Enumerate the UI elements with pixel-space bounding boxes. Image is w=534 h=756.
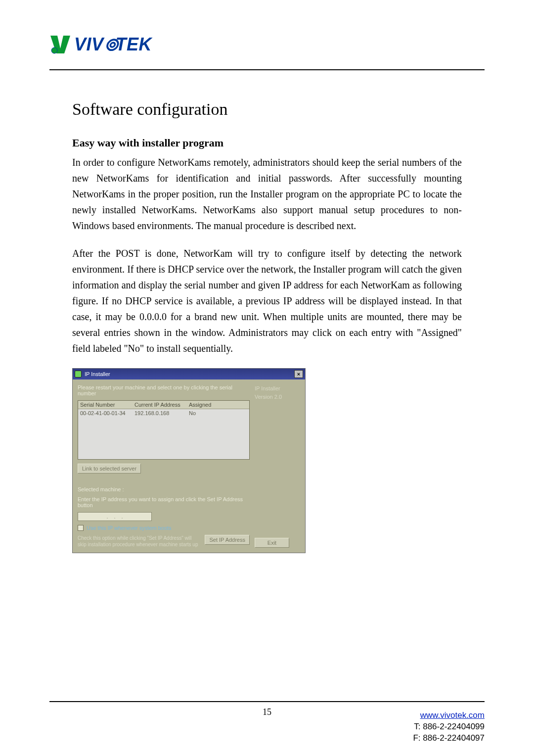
list-header: Serial Number Current IP Address Assigne… bbox=[78, 401, 249, 409]
col-ip: Current IP Address bbox=[134, 402, 189, 408]
persist-ip-label: Use this IP whenever system boots bbox=[87, 525, 172, 531]
header-divider bbox=[49, 69, 485, 70]
checkbox-description: Check this option while clicking "Set IP… bbox=[78, 535, 200, 548]
footer-fax: F: 886-2-22404097 bbox=[413, 733, 485, 743]
cell-ip: 192.168.0.168 bbox=[134, 410, 189, 416]
link-server-button[interactable]: Link to selected server bbox=[78, 464, 141, 473]
cell-assigned: No bbox=[189, 410, 247, 416]
header-logo: VIV⊚TEK bbox=[49, 34, 485, 70]
page-title: Software configuration bbox=[72, 100, 462, 119]
footer-url[interactable]: www.vivotek.com bbox=[420, 710, 485, 720]
app-icon bbox=[75, 371, 82, 378]
instruction-ip: Enter the IP address you want to assign … bbox=[78, 496, 250, 508]
installer-dialog: IP Installer × Please restart your machi… bbox=[72, 368, 306, 553]
device-list[interactable]: Serial Number Current IP Address Assigne… bbox=[78, 400, 250, 460]
col-assigned: Assigned bbox=[189, 402, 247, 408]
paragraph-2: After the POST is done, NetworKam will t… bbox=[72, 245, 462, 356]
paragraph-1: In order to configure NetworKams remotel… bbox=[72, 154, 462, 234]
section-heading: Easy way with installer program bbox=[72, 137, 462, 149]
app-version-label: Version 2.0 bbox=[255, 393, 300, 401]
list-row[interactable]: 00-02-41-00-01-34 192.168.0.168 No bbox=[78, 409, 249, 417]
app-name-label: IP Installer bbox=[255, 384, 300, 393]
ip-address-input[interactable]: . . . bbox=[78, 512, 152, 521]
col-serial: Serial Number bbox=[80, 402, 134, 408]
footer-tel: T: 886-2-22404099 bbox=[414, 722, 485, 731]
svg-point-0 bbox=[51, 47, 57, 53]
instruction-top: Please restart your machine and select o… bbox=[78, 384, 250, 396]
dialog-titlebar: IP Installer × bbox=[73, 369, 305, 379]
dialog-title: IP Installer bbox=[85, 371, 110, 377]
footer-divider bbox=[49, 701, 485, 702]
exit-button[interactable]: Exit bbox=[255, 538, 289, 548]
close-icon[interactable]: × bbox=[294, 370, 303, 378]
selected-machine-label: Selected machine : bbox=[78, 486, 250, 492]
footer-contact: www.vivotek.com T: 886-2-22404099 F: 886… bbox=[413, 710, 485, 744]
brand-mark-icon bbox=[49, 34, 71, 55]
cell-serial: 00-02-41-00-01-34 bbox=[80, 410, 134, 416]
brand-wordmark: VIV⊚TEK bbox=[74, 34, 152, 55]
persist-ip-checkbox[interactable] bbox=[78, 525, 84, 531]
set-ip-button[interactable]: Set IP Address bbox=[205, 535, 250, 545]
